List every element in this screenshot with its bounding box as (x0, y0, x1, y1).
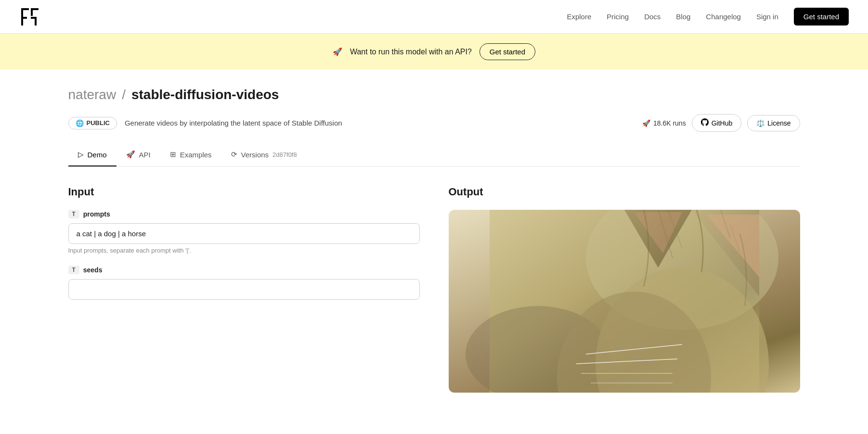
tab-versions-label: Versions (241, 151, 269, 159)
svg-rect-2 (21, 17, 27, 19)
seeds-input[interactable] (68, 279, 420, 300)
cat-output-image (449, 210, 800, 393)
model-meta-left: 🌐 PUBLIC Generate videos by interpolatin… (68, 117, 342, 129)
tab-versions[interactable]: ⟳ Versions 2d87f0f8 (221, 143, 307, 166)
tab-demo[interactable]: ▷ Demo (68, 143, 117, 166)
svg-rect-6 (35, 17, 37, 26)
svg-rect-4 (31, 8, 33, 16)
runs-count: 🚀 18.6K runs (642, 119, 686, 127)
model-meta-right: 🚀 18.6K runs GitHub ⚖️ License (642, 114, 800, 132)
nav-get-started-button[interactable]: Get started (794, 8, 849, 26)
nav-changelog[interactable]: Changelog (706, 13, 741, 21)
prompts-hint: Input prompts, separate each prompt with… (68, 247, 420, 254)
prompts-type-badge: T (68, 210, 79, 218)
grid-icon: ⊞ (170, 150, 176, 159)
output-column: Output (449, 186, 800, 393)
license-label: License (767, 119, 790, 127)
globe-icon: 🌐 (76, 119, 84, 127)
tab-examples-label: Examples (180, 151, 212, 159)
github-button[interactable]: GitHub (692, 114, 742, 132)
prompts-label-row: T prompts (68, 210, 420, 218)
breadcrumb-repo[interactable]: stable-diffusion-videos (131, 87, 279, 102)
license-button[interactable]: ⚖️ License (747, 115, 800, 131)
main-content: nateraw / stable-diffusion-videos 🌐 PUBL… (49, 70, 819, 412)
prompts-field-name: prompts (83, 210, 110, 218)
play-icon: ▷ (78, 150, 84, 159)
tab-examples[interactable]: ⊞ Examples (160, 143, 221, 166)
github-label: GitHub (712, 119, 733, 127)
tab-api-label: API (139, 151, 151, 159)
nav-pricing[interactable]: Pricing (607, 13, 629, 21)
output-image-container (449, 210, 800, 393)
banner-emoji: 🚀 (333, 47, 342, 56)
input-title: Input (68, 186, 420, 198)
scale-icon: ⚖️ (756, 119, 764, 127)
tab-api[interactable]: 🚀 API (117, 143, 160, 166)
prompts-input[interactable] (68, 223, 420, 244)
nav-blog[interactable]: Blog (676, 13, 690, 21)
nav-explore[interactable]: Explore (567, 13, 591, 21)
nav-docs[interactable]: Docs (644, 13, 661, 21)
seeds-field-name: seeds (83, 266, 103, 274)
input-column: Input T prompts Input prompts, separate … (68, 186, 420, 393)
visibility-label: PUBLIC (87, 119, 110, 127)
banner-get-started-button[interactable]: Get started (479, 43, 535, 60)
api-icon: 🚀 (126, 150, 135, 159)
nav-links: Explore Pricing Docs Blog Changelog Sign… (567, 8, 849, 26)
content-area: Input T prompts Input prompts, separate … (68, 166, 800, 412)
breadcrumb: nateraw / stable-diffusion-videos (68, 70, 800, 110)
runs-label: 18.6K runs (653, 119, 686, 127)
tab-demo-label: Demo (88, 151, 107, 159)
logo[interactable] (19, 6, 40, 27)
clock-icon: ⟳ (231, 150, 237, 159)
api-banner: 🚀 Want to run this model with an API? Ge… (0, 34, 868, 70)
model-description: Generate videos by interpolating the lat… (125, 119, 342, 127)
rocket-icon: 🚀 (642, 119, 650, 127)
seeds-type-badge: T (68, 266, 79, 274)
navbar: Explore Pricing Docs Blog Changelog Sign… (0, 0, 868, 34)
prompts-field: T prompts Input prompts, separate each p… (68, 210, 420, 254)
nav-signin[interactable]: Sign in (756, 13, 778, 21)
breadcrumb-separator: / (122, 87, 126, 102)
output-title: Output (449, 186, 800, 198)
seeds-label-row: T seeds (68, 266, 420, 274)
breadcrumb-user[interactable]: nateraw (68, 87, 117, 102)
tabs: ▷ Demo 🚀 API ⊞ Examples ⟳ Versions 2d87f… (68, 143, 800, 166)
model-meta: 🌐 PUBLIC Generate videos by interpolatin… (68, 110, 800, 143)
seeds-field: T seeds (68, 266, 420, 300)
visibility-badge: 🌐 PUBLIC (68, 117, 117, 129)
github-icon (701, 118, 709, 128)
version-hash: 2d87f0f8 (272, 151, 297, 158)
banner-text: Want to run this model with an API? (350, 48, 472, 56)
